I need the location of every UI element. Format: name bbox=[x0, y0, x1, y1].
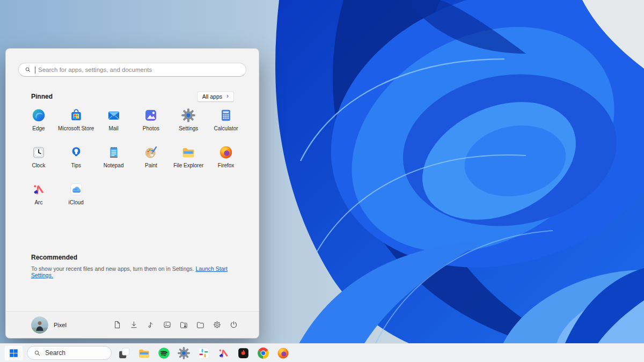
downloads-icon bbox=[129, 320, 138, 329]
music-icon bbox=[146, 320, 155, 329]
chrome-icon bbox=[257, 346, 270, 360]
firefox-icon bbox=[218, 145, 233, 160]
file-explorer-icon bbox=[181, 145, 196, 160]
arc-icon bbox=[217, 346, 230, 360]
taskbar-app-arc[interactable] bbox=[214, 345, 233, 361]
arc-icon bbox=[31, 182, 46, 197]
start-menu-panel: Pinned All apps › Edge Microsoft Store M… bbox=[5, 48, 259, 338]
start-button[interactable] bbox=[4, 345, 23, 361]
pinned-app-clock[interactable]: Clock bbox=[20, 142, 57, 179]
pinned-app-file-explorer[interactable]: File Explorer bbox=[170, 142, 207, 179]
pinned-app-label: File Explorer bbox=[173, 162, 203, 168]
edge-icon bbox=[31, 108, 46, 123]
pinned-section-title: Pinned bbox=[31, 93, 53, 100]
taskbar-search-box[interactable]: Search bbox=[27, 346, 112, 360]
chevron-right-icon: › bbox=[226, 93, 229, 99]
taskbar-app-flame[interactable] bbox=[233, 345, 253, 361]
pinned-app-photos[interactable]: Photos bbox=[133, 105, 170, 142]
notepad-icon bbox=[106, 145, 121, 160]
pinned-app-label: Clock bbox=[32, 162, 45, 168]
icloud-icon bbox=[69, 182, 84, 197]
start-search-input[interactable] bbox=[37, 66, 240, 73]
pinned-app-label: Tips bbox=[71, 162, 81, 168]
mail-icon bbox=[106, 108, 121, 123]
pinned-app-paint[interactable]: Paint bbox=[133, 142, 170, 179]
taskbar-search-label: Search bbox=[45, 349, 65, 357]
firefox-icon bbox=[276, 346, 290, 360]
pinned-app-mail[interactable]: Mail bbox=[95, 105, 133, 142]
pinned-app-label: iCloud bbox=[69, 200, 84, 205]
pinned-app-label: Microsoft Store bbox=[58, 125, 94, 131]
downloads-shortcut[interactable] bbox=[129, 320, 138, 330]
footer-shortcuts bbox=[112, 320, 238, 330]
recommended-message-text: To show your recent files and new apps, … bbox=[31, 265, 194, 272]
music-shortcut[interactable] bbox=[145, 320, 155, 330]
tips-icon bbox=[69, 145, 84, 160]
pinned-app-label: Arc bbox=[34, 200, 42, 205]
personal-folder-icon bbox=[179, 320, 188, 329]
clock-icon bbox=[31, 145, 46, 160]
all-apps-button[interactable]: All apps › bbox=[197, 91, 234, 102]
taskbar: Search bbox=[0, 343, 644, 362]
slack-icon bbox=[197, 346, 210, 360]
pinned-app-calculator[interactable]: Calculator bbox=[207, 105, 245, 142]
file-explorer-icon bbox=[137, 346, 151, 360]
pinned-app-firefox[interactable]: Firefox bbox=[207, 142, 245, 179]
pictures-shortcut[interactable] bbox=[162, 320, 172, 330]
text-caret bbox=[35, 67, 35, 73]
pinned-app-label: Mail bbox=[108, 125, 118, 131]
pinned-app-label: Settings bbox=[179, 125, 198, 131]
pictures-icon bbox=[163, 320, 172, 329]
taskbar-app-spotify[interactable] bbox=[154, 345, 174, 361]
spotify-icon bbox=[157, 346, 171, 360]
settings-icon bbox=[177, 346, 191, 360]
taskbar-app-chrome[interactable] bbox=[253, 345, 273, 361]
pinned-app-tips[interactable]: Tips bbox=[57, 142, 95, 179]
start-menu-footer: Pixel bbox=[6, 311, 259, 338]
recommended-section-title: Recommended bbox=[31, 254, 77, 261]
power-button[interactable] bbox=[229, 320, 238, 330]
pinned-app-label: Paint bbox=[145, 162, 157, 168]
microsoft-store-icon bbox=[69, 108, 84, 123]
paint-icon bbox=[143, 145, 158, 160]
taskbar-app-slack[interactable] bbox=[194, 345, 214, 361]
search-icon bbox=[34, 350, 41, 357]
pinned-app-label: Firefox bbox=[218, 162, 235, 168]
settings-icon bbox=[181, 108, 196, 123]
pinned-app-label: Photos bbox=[143, 125, 159, 131]
windows-logo-icon bbox=[9, 348, 19, 358]
taskbar-app-firefox[interactable] bbox=[273, 345, 293, 361]
all-apps-label: All apps bbox=[202, 93, 222, 100]
pinned-app-label: Calculator bbox=[214, 125, 238, 131]
user-account-button[interactable]: Pixel bbox=[31, 316, 67, 334]
calculator-icon bbox=[218, 108, 233, 123]
file-explorer-shortcut[interactable] bbox=[195, 320, 205, 330]
pinned-app-microsoft-store[interactable]: Microsoft Store bbox=[57, 105, 95, 142]
taskbar-app-icons bbox=[114, 345, 293, 361]
task-view-icon bbox=[118, 346, 131, 360]
power-icon bbox=[229, 320, 238, 329]
pinned-app-icloud[interactable]: iCloud bbox=[57, 179, 95, 216]
user-name-label: Pixel bbox=[54, 322, 67, 328]
settings-outline-icon bbox=[213, 320, 222, 329]
pinned-app-settings[interactable]: Settings bbox=[170, 105, 207, 142]
settings-shortcut[interactable] bbox=[212, 320, 222, 330]
documents-shortcut[interactable] bbox=[112, 320, 122, 330]
pinned-app-notepad[interactable]: Notepad bbox=[95, 142, 133, 179]
file-explorer-outline-icon bbox=[196, 320, 205, 329]
pinned-app-label: Edge bbox=[32, 125, 45, 131]
search-icon bbox=[25, 67, 31, 73]
recommended-empty-message: To show your recent files and new apps, … bbox=[31, 265, 246, 278]
pinned-app-label: Notepad bbox=[104, 162, 124, 168]
pinned-app-arc[interactable]: Arc bbox=[20, 179, 57, 216]
personal-folder-shortcut[interactable] bbox=[179, 320, 188, 330]
taskbar-app-task-view[interactable] bbox=[114, 345, 134, 361]
pinned-apps-grid: Edge Microsoft Store Mail Photos Setting… bbox=[20, 105, 245, 216]
taskbar-app-file-explorer[interactable] bbox=[134, 345, 154, 361]
pinned-app-edge[interactable]: Edge bbox=[20, 105, 57, 142]
flame-app-icon bbox=[237, 346, 250, 360]
documents-icon bbox=[113, 320, 122, 329]
photos-icon bbox=[143, 108, 158, 123]
start-search-box[interactable] bbox=[18, 63, 246, 77]
taskbar-app-settings[interactable] bbox=[174, 345, 194, 361]
